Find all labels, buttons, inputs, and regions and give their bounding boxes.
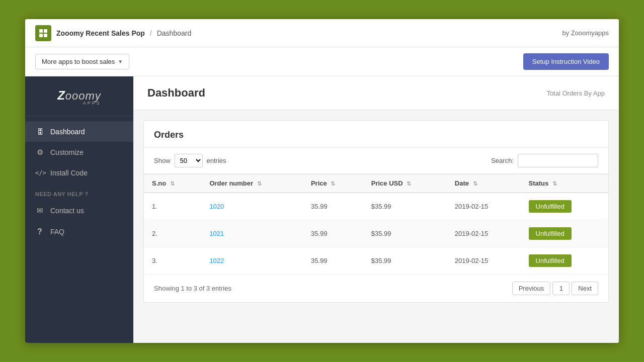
table-header-row: S.no ⇅ Order number ⇅ Price ⇅ Price USD …: [144, 174, 608, 193]
sidebar-item-label-contact: Contact us: [50, 207, 84, 215]
top-bar: Zooomy Recent Sales Pop / Dashboard by Z…: [25, 19, 619, 47]
cell-date: 2019-02-15: [447, 220, 521, 247]
col-header-price-usd: Price USD ⇅: [363, 174, 447, 193]
svg-rect-3: [44, 34, 47, 37]
cell-date: 2019-02-15: [447, 193, 521, 220]
sidebar-item-label-faq: FAQ: [50, 228, 64, 236]
cell-order-number: 1022: [201, 247, 303, 275]
total-orders-label: Total Orders By App: [546, 89, 605, 97]
more-apps-label: More apps to boost sales: [42, 58, 115, 65]
cell-sno: 2.: [144, 220, 201, 247]
cell-price: 35.99: [303, 193, 363, 220]
status-badge: Unfulfilled: [529, 200, 572, 213]
app-title: Zooomy Recent Sales Pop: [56, 29, 145, 37]
sort-icon-order: ⇅: [257, 180, 262, 187]
code-icon: </>: [35, 169, 44, 176]
sidebar-item-faq[interactable]: ? FAQ: [25, 221, 133, 242]
col-header-sno: S.no ⇅: [144, 174, 201, 193]
orders-section: Orders Show 50 10 25 100 entries: [143, 120, 609, 303]
sort-icon-date: ⇅: [473, 180, 477, 187]
next-button[interactable]: Next: [572, 282, 598, 295]
app-icon: [35, 25, 51, 41]
table-controls: Show 50 10 25 100 entries Search:: [144, 148, 608, 174]
sidebar-item-contact[interactable]: ✉ Contact us: [25, 200, 133, 221]
by-label: by Zooomyapps: [562, 29, 609, 37]
help-section-label: NEED ANY HELP ?: [25, 183, 133, 200]
cell-sno: 3.: [144, 247, 201, 275]
order-link-1020[interactable]: 1020: [209, 203, 224, 210]
table-row: 1. 1020 35.99 $35.99 2019-02-15 Unfulfil…: [144, 193, 608, 220]
sort-icon-sno: ⇅: [170, 180, 175, 187]
sidebar-item-label-customize: Customize: [50, 148, 84, 156]
sort-icon-status: ⇅: [552, 180, 557, 187]
cell-order-number: 1021: [201, 220, 303, 247]
sidebar-item-label-install: Install Code: [50, 169, 88, 177]
pagination: Previous 1 Next: [512, 282, 598, 295]
cell-status: Unfulfilled: [521, 247, 608, 275]
sidebar: Zooomy APPS 🎛 Dashboard ⚙ Customize </> …: [25, 76, 133, 343]
sub-header: More apps to boost sales ▼ Setup Instruc…: [25, 47, 619, 76]
cell-price-usd: $35.99: [363, 247, 447, 275]
breadcrumb-sep: /: [150, 29, 152, 37]
status-badge: Unfulfilled: [529, 254, 572, 267]
sidebar-item-dashboard[interactable]: 🎛 Dashboard: [25, 121, 133, 142]
entries-select[interactable]: 50 10 25 100: [175, 154, 203, 167]
search-input[interactable]: [518, 154, 598, 167]
search-label: Search:: [491, 157, 514, 164]
sort-icon-price: ⇅: [331, 180, 335, 187]
table-row: 3. 1022 35.99 $35.99 2019-02-15 Unfulfil…: [144, 247, 608, 275]
orders-header: Orders: [144, 121, 608, 148]
sidebar-nav: 🎛 Dashboard ⚙ Customize </> Install Code…: [25, 116, 133, 247]
sidebar-item-label-dashboard: Dashboard: [50, 128, 85, 136]
col-header-order-number: Order number ⇅: [201, 174, 303, 193]
cell-status: Unfulfilled: [521, 220, 608, 247]
setup-instruction-button[interactable]: Setup Instruction Video: [523, 53, 609, 70]
cell-order-number: 1020: [201, 193, 303, 220]
cell-sno: 1.: [144, 193, 201, 220]
orders-tbody: 1. 1020 35.99 $35.99 2019-02-15 Unfulfil…: [144, 193, 608, 274]
col-header-date: Date ⇅: [447, 174, 521, 193]
sort-icon-price-usd: ⇅: [407, 180, 411, 187]
more-apps-button[interactable]: More apps to boost sales ▼: [35, 54, 129, 69]
table-row: 2. 1021 35.99 $35.99 2019-02-15 Unfulfil…: [144, 220, 608, 247]
sidebar-logo: Zooomy APPS: [25, 76, 133, 116]
table-footer: Showing 1 to 3 of 3 entries Previous 1 N…: [144, 274, 608, 302]
question-icon: ?: [35, 227, 44, 236]
col-header-status: Status ⇅: [521, 174, 608, 193]
gear-icon: ⚙: [35, 148, 44, 157]
main-layout: Zooomy APPS 🎛 Dashboard ⚙ Customize </> …: [25, 76, 619, 343]
cell-price: 35.99: [303, 247, 363, 275]
cell-date: 2019-02-15: [447, 247, 521, 275]
dashboard-icon: 🎛: [35, 127, 44, 136]
order-link-1022[interactable]: 1022: [209, 257, 224, 264]
svg-rect-0: [39, 29, 43, 33]
sidebar-item-install-code[interactable]: </> Install Code: [25, 163, 133, 183]
col-header-price: Price ⇅: [303, 174, 363, 193]
previous-button[interactable]: Previous: [512, 282, 551, 295]
svg-rect-1: [44, 29, 47, 33]
email-icon: ✉: [35, 206, 44, 215]
showing-text: Showing 1 to 3 of 3 entries: [154, 285, 231, 292]
page-number-1[interactable]: 1: [552, 282, 570, 295]
orders-title: Orders: [154, 130, 598, 140]
svg-rect-2: [39, 34, 43, 37]
entries-label: entries: [207, 157, 226, 164]
main-content: Dashboard Total Orders By App Orders Sho…: [133, 76, 619, 343]
sidebar-item-customize[interactable]: ⚙ Customize: [25, 142, 133, 163]
breadcrumb-current: Dashboard: [157, 29, 192, 37]
orders-table: S.no ⇅ Order number ⇅ Price ⇅ Price USD …: [144, 174, 608, 274]
show-entries: Show 50 10 25 100 entries: [154, 154, 226, 167]
content-header: Dashboard Total Orders By App: [133, 76, 619, 110]
show-label: Show: [154, 157, 171, 164]
search-area: Search:: [491, 154, 598, 167]
cell-status: Unfulfilled: [521, 193, 608, 220]
cell-price-usd: $35.99: [363, 220, 447, 247]
cell-price-usd: $35.99: [363, 193, 447, 220]
page-title: Dashboard: [147, 86, 205, 100]
cell-price: 35.99: [303, 220, 363, 247]
top-bar-left: Zooomy Recent Sales Pop / Dashboard: [35, 25, 191, 41]
status-badge: Unfulfilled: [529, 227, 572, 240]
order-link-1021[interactable]: 1021: [209, 230, 224, 237]
chevron-down-icon: ▼: [118, 59, 123, 64]
